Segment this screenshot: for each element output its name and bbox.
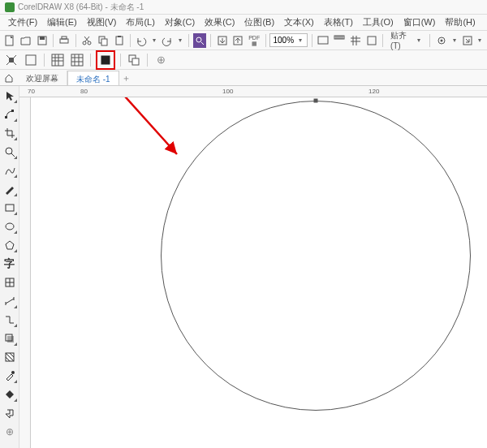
show-rulers-button[interactable] [333,33,347,48]
drawn-ellipse[interactable] [161,101,471,411]
svg-rect-16 [368,37,376,45]
show-guidelines-button[interactable] [364,33,378,48]
menu-bar: 文件(F) 编辑(E) 视图(V) 布局(L) 对象(C) 效果(C) 位图(B… [0,15,487,31]
menu-object[interactable]: 对象(C) [160,15,200,30]
annotation-highlight [96,50,115,70]
drop-shadow-tool[interactable] [2,330,18,347]
separator [120,54,121,67]
chevron-down-icon: ▾ [296,37,304,44]
export-button[interactable] [231,33,245,48]
menu-table[interactable]: 表格(T) [319,15,358,30]
prop-btn-6[interactable] [126,52,142,68]
menu-window[interactable]: 窗口(W) [399,15,441,30]
transparency-tool[interactable] [2,349,18,365]
redo-button[interactable] [161,33,175,48]
menu-tools[interactable]: 工具(O) [358,15,399,30]
import-button[interactable] [215,33,229,48]
add-tab-button[interactable]: ＋ [119,71,134,85]
svg-point-29 [6,148,12,154]
publish-pdf-button[interactable]: PDF▦ [248,33,261,48]
ruler-tick: 80 [80,88,88,95]
connector-tool[interactable] [2,312,18,328]
shape-tool[interactable] [2,106,18,123]
svg-rect-3 [60,39,68,43]
zoom-level-combo[interactable]: 100% ▾ [269,33,308,47]
drawing-area: 70 80 100 120 [19,86,487,448]
undo-dropdown[interactable]: ▾ [151,37,158,44]
menu-effects[interactable]: 效果(C) [200,15,239,30]
menu-help[interactable]: 帮助(H) [440,15,480,30]
new-button[interactable] [3,33,17,48]
separator [90,54,91,67]
chevron-down-icon: ▾ [415,37,422,44]
menu-bitmap[interactable]: 位图(B) [239,15,279,30]
freehand-tool[interactable] [2,162,18,179]
fullscreen-button[interactable] [317,33,330,48]
svg-rect-10 [118,36,121,37]
prop-btn-2[interactable] [23,52,39,68]
ellipse-anchor[interactable] [314,99,318,103]
artistic-media-tool[interactable] [2,181,18,197]
home-tab[interactable] [0,71,18,85]
separator [382,34,383,47]
separator [147,54,148,67]
options-button[interactable] [434,33,448,48]
show-grid-button[interactable] [349,33,363,48]
svg-line-37 [104,97,177,154]
svg-rect-28 [11,110,14,112]
window-title: CorelDRAW X8 (64-Bit) - 未命名 -1 [18,2,144,13]
interactive-fill-tool[interactable] [2,386,18,403]
ruler-vertical[interactable] [19,97,31,448]
menu-layout[interactable]: 布局(L) [121,15,159,30]
table-tool[interactable] [2,274,18,291]
undo-button[interactable] [135,33,149,48]
launch-button[interactable] [460,33,474,48]
launch-dropdown[interactable]: ▾ [476,37,484,44]
snap-to-button[interactable]: 贴齐(T) ▾ [387,33,425,48]
ellipse-tool[interactable] [2,218,18,235]
svg-rect-23 [71,54,83,66]
separator [210,34,211,47]
zoom-tool[interactable] [2,144,18,160]
prop-btn-add[interactable]: ⊕ [153,52,169,68]
tab-document[interactable]: 未命名 -1 [67,71,119,85]
svg-rect-14 [318,37,328,44]
prop-btn-highlighted[interactable] [97,52,114,68]
cut-button[interactable] [80,33,94,48]
dimension-tool[interactable] [2,293,18,309]
copy-button[interactable] [97,33,110,48]
document-tabs: 欢迎屏幕 未命名 -1 ＋ [0,70,487,86]
tab-welcome[interactable]: 欢迎屏幕 [18,71,67,85]
svg-rect-20 [9,58,14,62]
crop-tool[interactable] [2,125,18,141]
menu-text[interactable]: 文本(X) [279,15,319,30]
eyedropper-tool[interactable] [2,368,18,384]
home-icon [4,73,14,83]
toolbox-options[interactable]: ⊕ [2,424,18,440]
text-tool[interactable]: 字 [2,256,18,272]
redo-dropdown[interactable]: ▾ [177,37,184,44]
open-button[interactable] [19,33,33,48]
prop-btn-1[interactable] [3,52,19,68]
toolbox: 字 ⊕ [0,86,19,448]
print-button[interactable] [58,33,71,48]
canvas[interactable] [31,97,487,448]
separator [75,34,76,47]
ruler-horizontal[interactable]: 70 80 100 120 [19,86,487,97]
svg-rect-27 [5,116,7,118]
polygon-tool[interactable] [2,237,18,253]
paste-button[interactable] [112,33,126,48]
workspace: 字 ⊕ 70 80 100 120 [0,86,487,448]
pick-tool[interactable] [2,88,18,104]
menu-edit[interactable]: 编辑(E) [42,15,82,30]
menu-file[interactable]: 文件(F) [3,15,42,30]
rectangle-tool[interactable] [2,200,18,216]
prop-btn-4[interactable] [69,52,85,68]
smart-fill-tool[interactable] [2,405,18,421]
save-button[interactable] [35,33,49,48]
prop-btn-3[interactable] [50,52,66,68]
ruler-tick: 100 [222,88,233,95]
menu-view[interactable]: 视图(V) [82,15,122,30]
search-button[interactable] [193,33,207,48]
options-dropdown[interactable]: ▾ [450,37,458,44]
